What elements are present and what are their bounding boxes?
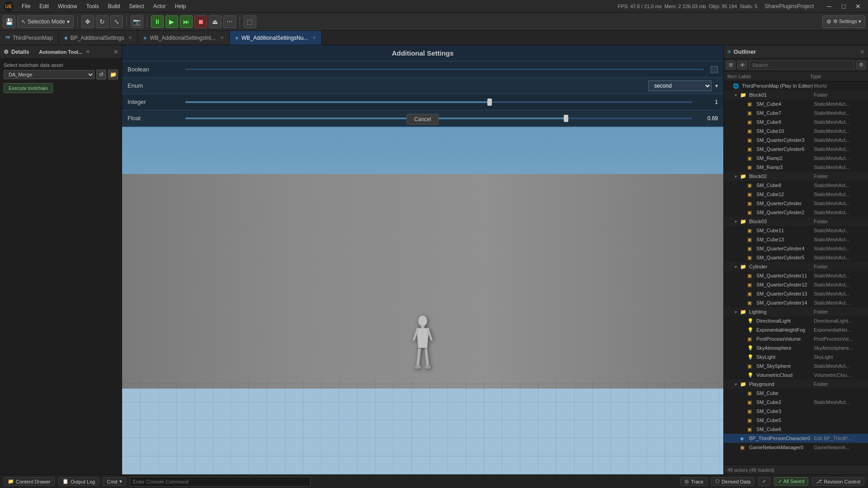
tree-item-lighting[interactable]: ▾📁LightingFolder	[724, 307, 868, 316]
cancel-button[interactable]: Cancel	[406, 114, 439, 125]
execute-toolchain-button[interactable]: Execute toolchain	[4, 83, 53, 93]
play-button[interactable]: ▶	[165, 15, 178, 28]
tab-bp-additionalsettings[interactable]: ◆ BP_AdditionalSettings ✕	[59, 31, 138, 45]
outliner-filter-btn[interactable]: ⊞	[726, 61, 736, 70]
tree-item-sm_cube6[interactable]: ▣SM_Cube6	[724, 425, 868, 434]
tree-item-sm_quartercylinder2[interactable]: ▣SM_QuarterCylinder2StaticMeshAct...	[724, 208, 868, 217]
tree-item-sm_skysphere[interactable]: ▣SM_SkySphereStaticMeshAct...	[724, 361, 868, 371]
expand-icon[interactable]: ▾	[735, 382, 740, 387]
tab-close-1[interactable]: ✕	[128, 35, 132, 40]
tree-item-exponentialheightfog[interactable]: 💡ExponentialHeightFogExponentialHei...	[724, 325, 868, 334]
expand-icon[interactable]: ▾	[735, 310, 740, 314]
tab-close-2[interactable]: ✕	[220, 35, 224, 40]
close-button[interactable]: ✕	[852, 0, 864, 13]
selection-mode-button[interactable]: ↖ Selection Mode ▾	[17, 15, 74, 28]
integer-slider-thumb[interactable]	[487, 99, 492, 106]
menu-file[interactable]: File	[17, 2, 35, 10]
da-merge-select[interactable]: DA_Merge	[4, 70, 94, 79]
tab-wb-nu[interactable]: ◈ WB_AdditionalSettingsNu... ✕	[230, 31, 322, 45]
eject-button[interactable]: ⏏	[209, 15, 222, 28]
stop-button[interactable]: ⏹	[194, 15, 207, 28]
pause-button[interactable]: ⏸	[151, 15, 164, 28]
tree-item-volumetriccloud[interactable]: 💡VolumetricCloudVolumetricClou...	[724, 371, 868, 380]
toolbar-rotate-icon[interactable]: ↻	[96, 15, 108, 28]
tree-item-sm_cube9[interactable]: ▣SM_Cube9StaticMeshAct...	[724, 117, 868, 127]
tree-item-cylinder[interactable]: ▾📁CylinderFolder	[724, 262, 868, 271]
toolbar-camera-icon[interactable]: 📷	[131, 15, 143, 28]
tree-item-sm_quartercylinder12[interactable]: ▣SM_QuarterCylinder12StaticMeshAct...	[724, 280, 868, 289]
tree-item-sm_ramp3[interactable]: ▣SM_Ramp3StaticMeshAct...	[724, 163, 868, 172]
trace-button[interactable]: ◎ Trace	[680, 477, 708, 486]
tree-item-sm_cube10[interactable]: ▣SM_Cube10StaticMeshAct...	[724, 127, 868, 136]
tree-item-sm_quartercylinder3[interactable]: ▣SM_QuarterCylinder3StaticMeshAct...	[724, 136, 868, 145]
tree-item-sm_cube8[interactable]: ▣SM_Cube8StaticMeshAct...	[724, 181, 868, 190]
tree-item-directionallight[interactable]: 💡DirectionalLightDirectionalLight...	[724, 316, 868, 325]
tab-wb-int[interactable]: ◈ WB_AdditionalSettingsInt... ✕	[138, 31, 229, 45]
outliner-close[interactable]: ✕	[860, 49, 864, 55]
menu-select[interactable]: Select	[124, 2, 148, 10]
tree-item-sm_cube2[interactable]: ▣SM_Cube2StaticMeshAct...	[724, 398, 868, 407]
expand-icon[interactable]: ▾	[735, 219, 740, 224]
tree-item-sm_cube12[interactable]: ▣SM_Cube12StaticMeshAct...	[724, 190, 868, 199]
menu-edit[interactable]: Edit	[35, 2, 53, 10]
settings-button[interactable]: ⚙ ⚙ Settings ▾	[822, 15, 865, 28]
menu-build[interactable]: Build	[104, 2, 125, 10]
skip-forward-button[interactable]: ⏭	[180, 15, 193, 28]
console-input[interactable]	[130, 477, 311, 487]
reset-icon-btn[interactable]: ↺	[96, 70, 106, 80]
tree-item-sm_quartercylinder5[interactable]: ▣SM_QuarterCylinder5StaticMeshAct...	[724, 253, 868, 262]
tree-item-skyatmosphere[interactable]: 💡SkyAtmosphereSkyAtmosphere...	[724, 343, 868, 352]
dots-button[interactable]: ⋯	[223, 15, 236, 28]
browse-icon-btn[interactable]: 📁	[108, 70, 118, 80]
float-slider-thumb[interactable]	[564, 115, 568, 122]
tree-item-sm_cube4[interactable]: ▣SM_Cube4StaticMeshAct...	[724, 99, 868, 108]
tree-item-postprocessvolume[interactable]: ▣PostProcessVolumePostProcessVol...	[724, 334, 868, 343]
tree-item-gamenetworkmanager0[interactable]: ▣GameNetworkManager0GameNetwork...	[724, 443, 868, 452]
toolbar-save-icon[interactable]: 💾	[3, 15, 15, 28]
tree-item-bp_thirdpersoncharacter0[interactable]: ◆BP_ThirdPersonCharacter0Edit BP_ThirdP.…	[724, 434, 868, 443]
menu-window[interactable]: Window	[53, 2, 82, 10]
outliner-search-input[interactable]	[749, 61, 854, 70]
menu-actor[interactable]: Actor	[149, 2, 170, 10]
tree-item-sm_cube11[interactable]: ▣SM_Cube11StaticMeshAct...	[724, 226, 868, 235]
tree-item-sm_cube[interactable]: ▣SM_Cube	[724, 389, 868, 398]
tree-item-sm_cube3[interactable]: ▣SM_Cube3	[724, 407, 868, 416]
toolbar-translate-icon[interactable]: ✥	[81, 15, 94, 28]
enum-select[interactable]: second	[648, 80, 712, 91]
tab-close-3[interactable]: ✕	[312, 35, 316, 40]
tree-item-skylight[interactable]: 💡SkyLightSkyLight	[724, 352, 868, 361]
tree-item-block01[interactable]: ▾📁Block01Folder	[724, 90, 868, 99]
automation-panel-close[interactable]: ✕	[86, 49, 90, 54]
restore-button[interactable]: □	[837, 0, 850, 13]
output-log-button[interactable]: 📋 Output Log	[58, 477, 99, 486]
revision-control-label-button[interactable]: ⎇ Revision Control	[812, 477, 864, 486]
menu-help[interactable]: Help	[170, 2, 191, 10]
minimize-button[interactable]: ─	[823, 0, 835, 13]
expand-icon[interactable]: ▾	[735, 264, 740, 269]
tree-item-sm_cube13[interactable]: ▣SM_Cube13StaticMeshAct...	[724, 235, 868, 244]
tree-item-sm_quartercylinder13[interactable]: ▣SM_QuarterCylinder13StaticMeshAct...	[724, 289, 868, 298]
tree-item-block03[interactable]: ▾📁Block03Folder	[724, 217, 868, 226]
viewport[interactable]: Additional Settings Boolean Enum second …	[122, 45, 723, 474]
outliner-visibility-btn[interactable]: 👁	[737, 61, 747, 70]
tree-item-sm_cube7[interactable]: ▣SM_Cube7StaticMeshAct...	[724, 108, 868, 117]
details-close[interactable]: ✕	[113, 49, 118, 55]
outliner-settings-btn[interactable]: ⚙	[856, 61, 866, 70]
menu-tools[interactable]: Tools	[82, 2, 104, 10]
tree-item-sm_quartercylinder14[interactable]: ▣SM_QuarterCylinder14StaticMeshAct...	[724, 298, 868, 307]
tree-item-thirdpersonmap_root[interactable]: 🌐ThirdPersonMap (Play In Editor)World	[724, 81, 868, 90]
tree-item-block02[interactable]: ▾📁Block02Folder	[724, 172, 868, 181]
tree-item-sm_quartercylinder6[interactable]: ▣SM_QuarterCylinder6StaticMeshAct...	[724, 145, 868, 154]
content-drawer-button[interactable]: 📁 Content Drawer	[4, 477, 55, 486]
tree-item-sm_quartercylinder[interactable]: ▣SM_QuarterCylinderStaticMeshAct...	[724, 199, 868, 208]
toolbar-scale-icon[interactable]: ⤡	[110, 15, 123, 28]
tree-item-playground[interactable]: ▾📁PlaygroundFolder	[724, 380, 868, 389]
revision-control-button[interactable]: ✓	[758, 477, 770, 486]
tab-thirdpersonmap[interactable]: 🗺 ThirdPersonMap	[0, 31, 59, 45]
toolbar-misc-icon[interactable]: ⬚	[244, 15, 256, 28]
boolean-checkbox[interactable]	[711, 66, 718, 73]
tree-item-sm_cube5[interactable]: ▣SM_Cube5	[724, 416, 868, 425]
tree-item-sm_quartercylinder4[interactable]: ▣SM_QuarterCylinder4StaticMeshAct...	[724, 244, 868, 253]
tree-item-sm_quartercylinder11[interactable]: ▣SM_QuarterCylinder11StaticMeshAct...	[724, 271, 868, 280]
cmd-button[interactable]: Cmd ▾	[103, 477, 126, 486]
